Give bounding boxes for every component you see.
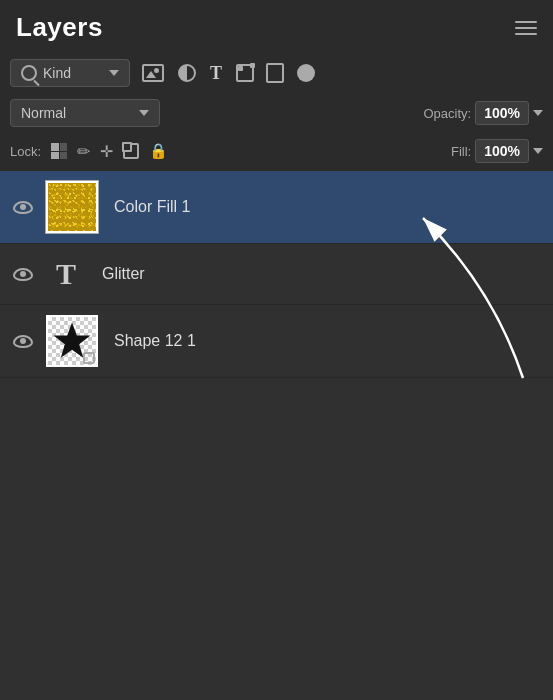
smart-object-filter-icon[interactable] xyxy=(268,65,283,82)
toolbar-row2: Normal Opacity: 100% xyxy=(0,93,553,133)
opacity-group: Opacity: 100% xyxy=(424,101,544,125)
kind-label: Kind xyxy=(43,65,103,81)
layers-panel: Layers Kind T Normal Opacity: xyxy=(0,0,553,700)
text-type-icon: T xyxy=(56,257,76,291)
chevron-down-icon xyxy=(109,70,119,76)
lock-all-icon[interactable]: 🔒 xyxy=(149,142,168,160)
blend-chevron-icon xyxy=(139,110,149,116)
adjustment-filter-icon[interactable] xyxy=(178,64,196,82)
text-layer-icon-glitter: T xyxy=(46,254,86,294)
layer-item-glitter[interactable]: T Glitter xyxy=(0,244,553,305)
opacity-value[interactable]: 100% xyxy=(475,101,529,125)
layer-item-color-fill-1[interactable]: Color Fill 1 xyxy=(0,171,553,244)
blend-mode-label: Normal xyxy=(21,105,133,121)
fill-label: Fill: xyxy=(451,144,471,159)
layer-visibility-shape-12-1[interactable] xyxy=(12,330,34,352)
panel-header: Layers xyxy=(0,0,553,53)
opacity-chevron-icon xyxy=(533,110,543,116)
layer-name-glitter: Glitter xyxy=(102,265,145,283)
eye-icon-shape xyxy=(13,201,33,214)
transform-handle-icon xyxy=(83,352,95,364)
panel-menu-icon[interactable] xyxy=(515,21,537,35)
layer-thumb-shape-12-1 xyxy=(46,315,98,367)
toolbar-icons: T xyxy=(142,63,315,84)
fill-value[interactable]: 100% xyxy=(475,139,529,163)
lock-paint-icon[interactable]: ✏ xyxy=(77,142,90,161)
fill-group: Fill: 100% xyxy=(451,139,543,163)
shape-filter-icon[interactable] xyxy=(236,64,254,82)
layer-name-color-fill-1: Color Fill 1 xyxy=(114,198,190,216)
lock-artboard-icon[interactable] xyxy=(123,143,139,159)
layer-visibility-glitter[interactable] xyxy=(12,263,34,285)
glitter-texture xyxy=(48,183,96,231)
layer-thumb-color-fill-1 xyxy=(46,181,98,233)
lock-move-icon[interactable]: ✛ xyxy=(100,142,113,161)
kind-dropdown[interactable]: Kind xyxy=(10,59,130,87)
image-filter-icon[interactable] xyxy=(142,64,164,82)
lock-transparent-icon[interactable] xyxy=(51,143,67,159)
fill-chevron-icon xyxy=(533,148,543,154)
blend-mode-dropdown[interactable]: Normal xyxy=(10,99,160,127)
lock-icons-group: ✏ ✛ 🔒 xyxy=(51,142,168,161)
layers-list: Color Fill 1 T Glitter xyxy=(0,171,553,700)
lock-label: Lock: xyxy=(10,144,41,159)
layer-item-shape-12-1[interactable]: Shape 12 1 xyxy=(0,305,553,378)
layer-visibility-color-fill-1[interactable] xyxy=(12,196,34,218)
panel-title: Layers xyxy=(16,12,103,43)
toolbar-row3: Lock: ✏ ✛ 🔒 Fill: 100% xyxy=(0,133,553,171)
eye-icon-shape xyxy=(13,268,33,281)
toolbar-row1: Kind T xyxy=(0,53,553,93)
layer-name-shape-12-1: Shape 12 1 xyxy=(114,332,196,350)
search-icon xyxy=(21,65,37,81)
text-filter-icon[interactable]: T xyxy=(210,63,222,84)
eye-icon-shape xyxy=(13,335,33,348)
opacity-label: Opacity: xyxy=(424,106,472,121)
toggle-icon[interactable] xyxy=(297,64,315,82)
